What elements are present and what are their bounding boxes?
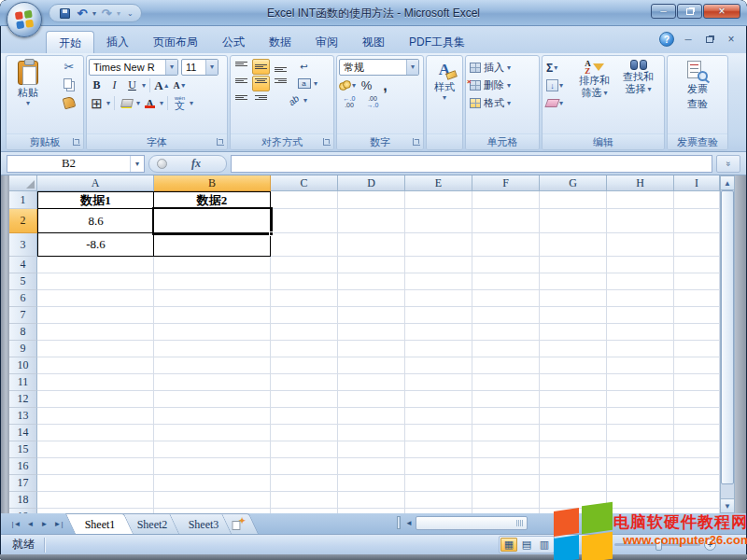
invoice-check-button[interactable]: 发票 查验: [669, 59, 726, 111]
column-header-F[interactable]: F: [472, 175, 540, 191]
cell-H18[interactable]: [607, 492, 674, 509]
cell-G15[interactable]: [540, 441, 607, 458]
font-size-combo[interactable]: 11 ▾: [181, 59, 218, 76]
cell-F18[interactable]: [472, 492, 540, 509]
cell-F4[interactable]: [472, 257, 540, 273]
cell-styles-dropdown[interactable]: ▾: [443, 95, 446, 101]
orientation-button[interactable]: ab: [285, 92, 303, 108]
number-format-combo[interactable]: 常规 ▾: [339, 59, 419, 76]
cell-H13[interactable]: [607, 408, 674, 425]
cell-F10[interactable]: [472, 357, 540, 374]
column-header-B[interactable]: B: [154, 175, 271, 191]
cell-G6[interactable]: [540, 290, 607, 307]
cell-D1[interactable]: [338, 191, 405, 209]
cell-E9[interactable]: [405, 341, 472, 357]
cell-E18[interactable]: [405, 492, 472, 509]
zoom-slider-thumb[interactable]: [655, 539, 662, 551]
cell-D17[interactable]: [338, 475, 405, 492]
cell-E12[interactable]: [405, 391, 472, 408]
row-header-10[interactable]: 10: [9, 357, 37, 374]
prev-sheet-button[interactable]: ◄: [24, 520, 36, 528]
cell-B11[interactable]: [154, 374, 271, 391]
paste-dropdown[interactable]: ▾: [26, 101, 30, 106]
cell-I15[interactable]: [674, 441, 720, 458]
increase-decimal-button[interactable]: ←.0.00: [339, 95, 359, 108]
workbook-close-button[interactable]: ×: [724, 33, 739, 46]
cell-F15[interactable]: [472, 441, 540, 458]
decrease-decimal-button[interactable]: .00→.0: [362, 95, 383, 108]
column-header-G[interactable]: G: [540, 175, 607, 191]
cell-H5[interactable]: [607, 273, 674, 290]
cell-H17[interactable]: [607, 475, 674, 492]
number-format-dropdown[interactable]: ▾: [406, 60, 418, 75]
ribbon-tab-6[interactable]: 审阅: [303, 31, 350, 53]
column-header-D[interactable]: D: [338, 175, 405, 191]
row-header-7[interactable]: 7: [9, 307, 37, 324]
name-box-dropdown[interactable]: ▾: [130, 156, 144, 172]
cell-D3[interactable]: [338, 233, 405, 257]
merge-dropdown[interactable]: ▾: [314, 81, 317, 87]
cell-G17[interactable]: [540, 475, 607, 492]
cell-I4[interactable]: [674, 257, 720, 273]
cell-B7[interactable]: [154, 307, 271, 324]
cell-I17[interactable]: [674, 475, 720, 492]
cell-I9[interactable]: [674, 341, 720, 357]
maximize-button[interactable]: [677, 4, 702, 19]
cell-D4[interactable]: [338, 257, 405, 273]
cell-I18[interactable]: [674, 492, 720, 509]
underline-button[interactable]: U: [124, 77, 140, 93]
cell-H12[interactable]: [607, 391, 674, 408]
cell-F9[interactable]: [472, 341, 540, 357]
name-box[interactable]: B2 ▾: [7, 155, 145, 173]
hscroll-left-button[interactable]: ◄: [402, 519, 416, 534]
cell-A9[interactable]: [37, 341, 154, 357]
ribbon-tab-1[interactable]: 开始: [46, 31, 94, 53]
cell-B6[interactable]: [154, 290, 271, 307]
align-center-button[interactable]: [252, 76, 270, 91]
cell-G7[interactable]: [540, 307, 607, 324]
horizontal-scroll-thumb[interactable]: [416, 516, 528, 530]
row-header-18[interactable]: 18: [9, 492, 37, 509]
number-dialog-launcher[interactable]: [413, 138, 420, 146]
worksheet-grid[interactable]: ABCDEFGHI 1数据1数据228.63-8.645678910111213…: [9, 175, 720, 513]
copy-button[interactable]: [63, 77, 75, 92]
cell-E5[interactable]: [405, 273, 472, 290]
row-header-1[interactable]: 1: [9, 191, 37, 209]
column-header-E[interactable]: E: [405, 175, 472, 191]
cell-A17[interactable]: [37, 475, 154, 492]
insert-cells-button[interactable]: 插入▾: [468, 59, 537, 77]
align-right-button[interactable]: [272, 76, 289, 91]
cell-G18[interactable]: [540, 492, 607, 509]
clear-button[interactable]: ▾: [544, 95, 572, 111]
cell-F13[interactable]: [472, 408, 540, 425]
increase-indent-button[interactable]: [252, 92, 270, 108]
cell-E15[interactable]: [405, 441, 472, 458]
cell-E7[interactable]: [405, 307, 472, 324]
font-name-combo[interactable]: Times New R ▾: [89, 59, 178, 76]
cell-H2[interactable]: [607, 209, 674, 233]
row-header-17[interactable]: 17: [9, 475, 37, 492]
cell-A8[interactable]: [37, 324, 154, 341]
cell-I2[interactable]: [674, 209, 720, 233]
cell-G10[interactable]: [540, 357, 607, 374]
cell-C7[interactable]: [271, 307, 338, 324]
align-left-button[interactable]: [233, 76, 250, 91]
cell-D9[interactable]: [338, 341, 405, 357]
cell-E3[interactable]: [405, 233, 472, 257]
cell-F17[interactable]: [472, 475, 540, 492]
cell-H14[interactable]: [607, 425, 674, 441]
cell-G11[interactable]: [540, 374, 607, 391]
cell-H1[interactable]: [607, 191, 674, 209]
cell-D13[interactable]: [338, 408, 405, 425]
tab-split-handle[interactable]: [397, 516, 401, 529]
font-name-dropdown[interactable]: ▾: [165, 60, 177, 75]
cell-B17[interactable]: [154, 475, 271, 492]
cell-F6[interactable]: [472, 290, 540, 307]
cell-F3[interactable]: [472, 233, 540, 257]
zoom-out-button[interactable]: −: [599, 539, 611, 551]
cell-C17[interactable]: [271, 475, 338, 492]
cell-A4[interactable]: [37, 257, 154, 273]
cell-B9[interactable]: [154, 341, 271, 357]
cell-D10[interactable]: [338, 357, 405, 374]
cell-B5[interactable]: [154, 273, 271, 290]
